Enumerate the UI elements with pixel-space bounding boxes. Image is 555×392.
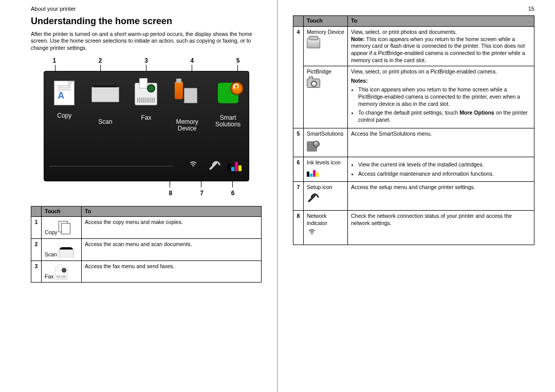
icon-label: Copy — [46, 113, 83, 119]
table-header-row: Touch To — [293, 16, 534, 27]
table-row: 5 SmartSolutions Access the SmartSolutio… — [293, 128, 534, 157]
table-header — [31, 206, 42, 217]
row-number: 8 — [293, 211, 304, 245]
right-column: 15 Touch To 4 Memory Device — [278, 0, 555, 392]
notes-list: View the current ink levels of the insta… — [358, 161, 531, 177]
copy-icon — [59, 221, 74, 234]
row-to: Check the network connection status of y… — [348, 211, 534, 245]
running-header-text: About your printer — [31, 5, 76, 12]
leader-lines-top — [44, 65, 249, 71]
table-row: 7 Setup icon Access the setup menu and c… — [293, 182, 534, 211]
row-to: Access the copy menu and make copies. — [82, 217, 262, 239]
fax-icon — [132, 83, 160, 111]
callout-number: 3 — [144, 57, 148, 65]
wrench-icon — [307, 193, 322, 207]
row-touch-label: PictBridge — [307, 68, 331, 74]
callout-number: 5 — [236, 57, 240, 65]
intro-paragraph: After the printer is turned on and a sho… — [31, 31, 262, 52]
row-touch-label: SmartSolutions — [307, 130, 343, 137]
row-touch-label: Memory Device — [307, 29, 344, 35]
ink-levels-icon — [228, 161, 242, 171]
callouts-top: 1 2 3 4 5 — [44, 57, 249, 65]
fax-icon — [55, 265, 70, 278]
table-row: 4 Memory Device View, select, or print p… — [293, 26, 534, 66]
table-header-row: Touch To — [31, 206, 262, 217]
note-label: Note: — [351, 36, 365, 42]
home-icon-fax: Fax — [127, 81, 164, 132]
row-touch: Ink levels icon — [304, 157, 348, 181]
row-touch-label: Copy — [45, 229, 58, 235]
status-bar — [44, 156, 249, 176]
wrench-icon — [206, 159, 220, 173]
page-number: 15 — [528, 5, 534, 12]
memory-device-icon — [173, 87, 201, 116]
row-to: View, select, or print photos and docume… — [348, 26, 534, 66]
row-number: 3 — [31, 260, 42, 283]
scan-icon — [59, 243, 74, 256]
home-icon-memory-device: Memory Device — [169, 81, 206, 132]
row-number: 4 — [293, 26, 304, 128]
icon-label: Smart Solutions — [210, 115, 247, 128]
row-touch-label: Scan — [45, 251, 57, 257]
ink-levels-icon — [307, 170, 344, 177]
table-header: Touch — [304, 16, 348, 27]
wifi-icon — [188, 161, 199, 171]
home-icon-smart-solutions: Smart Solutions — [210, 81, 247, 132]
home-screen-diagram: 1 2 3 4 5 A Copy Scan — [44, 57, 249, 198]
reference-table-right: Touch To 4 Memory Device View, select, o… — [293, 15, 534, 245]
row-touch: PictBridge — [304, 66, 348, 128]
row-number: 7 — [293, 182, 304, 211]
table-row: 8 Network indicator Check the network co… — [293, 211, 534, 245]
row-to: View, select, or print photos on a PictB… — [348, 66, 534, 128]
callout-number: 7 — [200, 190, 203, 198]
note-bullet: To change the default print settings, to… — [358, 109, 531, 123]
row-to: Access the SmartSolutions menu. — [348, 128, 534, 157]
hard-drive-icon — [307, 38, 322, 51]
row-to: Access the fax menu and send faxes. — [82, 260, 262, 283]
row-touch-label: Network indicator — [307, 213, 327, 226]
row-to-text: View, select, or print photos and docume… — [351, 29, 457, 35]
copy-icon: A — [50, 81, 79, 109]
home-icon-copy: A Copy — [46, 81, 83, 132]
row-to: View the current ink levels of the insta… — [348, 157, 534, 181]
reference-table-left: Touch To 1 Copy Access the copy menu and… — [31, 206, 262, 283]
row-number: 2 — [31, 239, 42, 261]
notes-list: This icon appears when you return to the… — [358, 86, 531, 123]
scan-icon — [91, 87, 120, 116]
callouts-bottom: 8 7 6 — [44, 190, 249, 198]
row-touch-label: Fax — [45, 273, 54, 279]
table-row: 6 Ink levels icon View the current ink l… — [293, 157, 534, 181]
row-to: Access the scan menu and scan documents. — [82, 239, 262, 261]
row-touch: Scan — [42, 239, 82, 261]
row-touch: Memory Device — [304, 26, 348, 66]
smart-solutions-icon — [214, 83, 243, 111]
table-header: To — [82, 206, 262, 217]
table-header: Touch — [42, 206, 82, 217]
row-to-text: View, select, or print photos on a PictB… — [351, 68, 497, 74]
manual-page: About your printer Understanding the hom… — [0, 0, 555, 392]
smart-solutions-icon — [307, 139, 322, 153]
table-row: PictBridge View, select, or print photos… — [293, 66, 534, 128]
row-touch: SmartSolutions — [304, 128, 348, 157]
row-number: 1 — [31, 217, 42, 239]
table-row: 3 Fax Access the fax menu and send faxes… — [31, 260, 262, 283]
note-text: This icon appears when you return to the… — [351, 36, 525, 63]
home-screen-icons-row: A Copy Scan Fax Memory Device — [44, 71, 249, 132]
table-row: 2 Scan Access the scan menu and scan doc… — [31, 239, 262, 261]
running-header: About your printer — [31, 5, 262, 12]
camera-icon — [307, 78, 322, 91]
callout-number: 2 — [99, 57, 102, 65]
running-header: 15 — [293, 5, 534, 12]
printer-touchscreen: A Copy Scan Fax Memory Device — [44, 71, 249, 181]
leader-lines-bottom — [44, 181, 249, 188]
home-icon-scan: Scan — [87, 81, 124, 132]
table-header — [293, 16, 304, 27]
row-touch: Network indicator — [304, 211, 348, 245]
page-title: Understanding the home screen — [31, 15, 262, 27]
icon-label: Fax — [127, 115, 164, 121]
row-to: Access the setup menu and change printer… — [348, 182, 534, 211]
callout-number: 4 — [190, 57, 194, 65]
callout-number: 6 — [231, 190, 235, 198]
row-touch: Setup icon — [304, 182, 348, 211]
callout-number: 8 — [169, 190, 172, 198]
